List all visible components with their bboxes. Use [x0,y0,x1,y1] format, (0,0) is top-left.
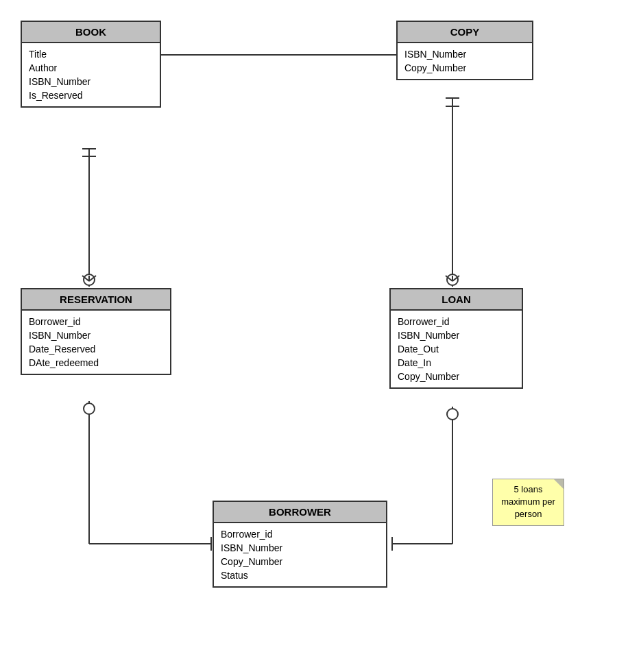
book-field-isbn: ISBN_Number [29,75,153,88]
svg-line-18 [446,276,452,281]
book-header: BOOK [22,22,160,43]
book-body: Title Author ISBN_Number Is_Reserved [22,43,160,106]
loan-field-date-out: Date_Out [398,342,515,356]
svg-point-10 [84,274,95,285]
loan-header: LOAN [391,289,522,311]
reservation-field-borrower-id: Borrower_id [29,315,163,328]
svg-line-11 [82,276,89,281]
copy-field-number: Copy_Number [404,61,525,75]
loan-field-borrower-id: Borrower_id [398,315,515,328]
borrower-header: BORROWER [214,502,386,523]
book-entity: BOOK Title Author ISBN_Number Is_Reserve… [21,21,161,108]
borrower-body: Borrower_id ISBN_Number Copy_Number Stat… [214,523,386,586]
borrower-entity: BORROWER Borrower_id ISBN_Number Copy_Nu… [213,501,387,588]
svg-line-19 [452,276,459,281]
copy-entity: COPY ISBN_Number Copy_Number [396,21,533,80]
book-field-reserved: Is_Reserved [29,88,153,102]
reservation-field-date-reserved: Date_Reserved [29,342,163,356]
loan-field-date-in: Date_In [398,356,515,370]
book-field-title: Title [29,47,153,61]
loan-note-text: 5 loans maximum per person [501,484,555,519]
loan-field-copy-number: Copy_Number [398,370,515,383]
loan-entity: LOAN Borrower_id ISBN_Number Date_Out Da… [389,288,523,389]
reservation-entity: RESERVATION Borrower_id ISBN_Number Date… [21,288,171,375]
borrower-field-isbn: ISBN_Number [221,541,379,555]
copy-body: ISBN_Number Copy_Number [398,43,532,79]
svg-point-17 [447,274,458,285]
loan-body: Borrower_id ISBN_Number Date_Out Date_In… [391,311,522,387]
reservation-field-isbn: ISBN_Number [29,328,163,342]
svg-line-12 [89,276,96,281]
copy-field-isbn: ISBN_Number [404,47,525,61]
reservation-body: Borrower_id ISBN_Number Date_Reserved DA… [22,311,170,374]
svg-point-29 [447,409,458,420]
svg-point-23 [84,403,95,414]
reservation-header: RESERVATION [22,289,170,311]
loan-note: 5 loans maximum per person [492,479,564,526]
loan-field-isbn: ISBN_Number [398,328,515,342]
borrower-field-copy-number: Copy_Number [221,555,379,568]
borrower-field-status: Status [221,568,379,582]
book-field-author: Author [29,61,153,75]
copy-header: COPY [398,22,532,43]
borrower-field-id: Borrower_id [221,527,379,541]
reservation-field-date-redeemed: DAte_redeemed [29,356,163,370]
